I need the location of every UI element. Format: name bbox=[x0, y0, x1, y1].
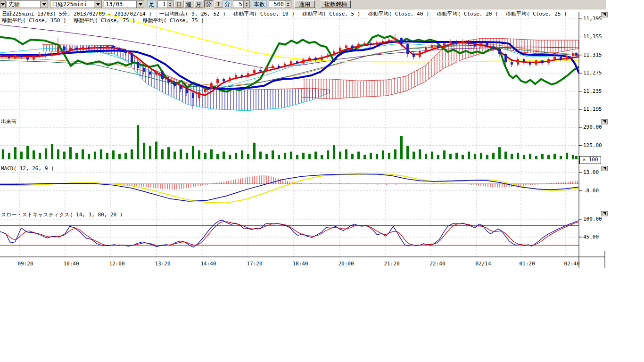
bar-type-label: 足 bbox=[147, 0, 157, 8]
symbol-value: 日経225mini bbox=[52, 1, 87, 8]
indicator-header-row2: 移動平均( Close, 150 ) 移動平均( Close, 75 ) 移動平… bbox=[2, 17, 204, 24]
volume-panel-label: 出来高 bbox=[1, 118, 17, 125]
price-tick-label: 11,235 bbox=[583, 88, 611, 94]
chart-canvas bbox=[0, 0, 644, 362]
ma25-params: 移動平均( Close, 25 ) bbox=[506, 10, 567, 17]
macd-tick-label: -8.00 bbox=[583, 188, 611, 194]
period-tick-button[interactable]: T bbox=[214, 0, 223, 8]
time-tick-label: 18:40 bbox=[290, 261, 311, 267]
chevron-down-icon bbox=[1, 3, 5, 6]
chevron-down-icon[interactable] bbox=[136, 1, 144, 8]
spinner-arrows-icon[interactable] bbox=[243, 1, 249, 8]
period-daily-button[interactable]: 日 bbox=[174, 0, 183, 8]
ma10-params: 移動平均( Close, 10 ) bbox=[233, 10, 295, 17]
bar-count-label: 本数 bbox=[252, 0, 267, 8]
bar-interval-stepper[interactable]: 1 bbox=[157, 0, 173, 8]
chevron-down-icon[interactable] bbox=[94, 1, 101, 8]
spinner-arrows-icon[interactable] bbox=[167, 1, 173, 8]
price-tick-label: 11,275 bbox=[583, 70, 611, 76]
time-tick-label: 13:20 bbox=[152, 261, 173, 267]
resize-arrow-icon bbox=[603, 212, 606, 215]
spinner-arrows-icon[interactable] bbox=[285, 1, 291, 8]
chart-area[interactable] bbox=[0, 0, 644, 362]
volume-panel bbox=[0, 125, 579, 159]
instrument-type-select[interactable]: 先物 bbox=[7, 0, 48, 8]
price-tick-label: 11,355 bbox=[583, 33, 611, 40]
ma75-params: 移動平均( Close, 75 ) bbox=[74, 17, 135, 24]
multiple-symbols-button[interactable]: 複数銘柄 bbox=[321, 0, 351, 8]
bar-interval-value: 1 bbox=[158, 1, 167, 8]
period-weekly-button[interactable]: 週 bbox=[184, 0, 193, 8]
toolbar: 先物 日経225mini 13/03 足 1 日 週 月 分 T 分 5 本数 … bbox=[0, 0, 606, 9]
ma20-params: 移動平均( Close, 20 ) bbox=[437, 10, 498, 17]
series-title: 日経225mini 13/03( 5分, 2013/02/09 - 2013/0… bbox=[2, 10, 152, 17]
macd-panel bbox=[0, 174, 592, 203]
instrument-type-value: 先物 bbox=[8, 1, 20, 8]
cloud_blue bbox=[42, 45, 330, 111]
time-tick-label: 01:20 bbox=[517, 261, 537, 267]
ma40-params: 移動平均( Close, 40 ) bbox=[368, 10, 429, 17]
volume-tick-label: 125.00 bbox=[583, 142, 611, 148]
time-tick-label: 02/14 bbox=[473, 261, 494, 267]
price-tick-label: 11,315 bbox=[583, 52, 611, 58]
volume-tick-label: 290.00 bbox=[583, 124, 611, 130]
minute-value: 5 bbox=[233, 1, 243, 8]
price-tick-label: 11,195 bbox=[583, 106, 611, 112]
minute-unit-label: 分 bbox=[223, 0, 232, 8]
time-tick-label: 22:40 bbox=[427, 261, 448, 267]
contract-month-value: 13/03 bbox=[106, 1, 123, 8]
ma75b-params: 移動平均( Close, 75 ) bbox=[143, 17, 204, 24]
contract-month-select[interactable]: 13/03 bbox=[104, 0, 144, 8]
time-tick-label: 12:00 bbox=[107, 261, 127, 267]
stoch-tick-label: 100.00 bbox=[583, 216, 611, 222]
period-minute-button[interactable]: 分 bbox=[204, 0, 213, 8]
clipped-combo-arrow-icon[interactable] bbox=[0, 0, 6, 8]
price-panel bbox=[0, 12, 580, 111]
bar-count-stepper[interactable]: 500 bbox=[269, 0, 291, 8]
time-tick-label: 21:20 bbox=[381, 261, 402, 267]
symbol-select[interactable]: 日経225mini bbox=[50, 0, 102, 8]
ma5-params: 移動平均( Close, 5 ) bbox=[302, 10, 360, 17]
time-tick-label: 14:40 bbox=[198, 261, 219, 267]
chevron-down-icon[interactable] bbox=[40, 1, 48, 8]
apply-button[interactable]: 適用 bbox=[294, 0, 315, 8]
stochastics-panel-label: スロー・ストキャスティクス( 14, 3, 80, 20 ) bbox=[1, 211, 123, 218]
macd-panel-label: MACD( 12, 26, 9 ) bbox=[1, 165, 54, 172]
time-tick-label: 20:00 bbox=[336, 261, 356, 267]
stoch-panel bbox=[0, 220, 579, 247]
ma150-params: 移動平均( Close, 150 ) bbox=[2, 17, 66, 24]
chart-application-window: 先物 日経225mini 13/03 足 1 日 週 月 分 T 分 5 本数 … bbox=[0, 0, 644, 362]
time-tick-label: 09:20 bbox=[15, 261, 36, 267]
volume-multiplier-badge: × 100 bbox=[579, 156, 601, 164]
stoch-tick-label: 45.00 bbox=[583, 234, 611, 240]
price-tick-label: 11,395 bbox=[583, 16, 611, 22]
time-tick-label: 10:40 bbox=[61, 261, 82, 267]
period-monthly-button[interactable]: 月 bbox=[194, 0, 203, 8]
macd-tick-label: 13.00 bbox=[583, 169, 611, 175]
resize-arrow-icon bbox=[603, 120, 606, 123]
indicator-header-row1: 日経225mini 13/03( 5分, 2013/02/09 - 2013/0… bbox=[2, 10, 567, 17]
time-tick-label: 02:40 bbox=[561, 261, 582, 267]
ichimoku-params: 一目均衡表( 9, 26, 52 ) bbox=[159, 10, 226, 17]
bar-count-value: 500 bbox=[269, 1, 285, 8]
minute-value-stepper[interactable]: 5 bbox=[233, 0, 250, 8]
time-tick-label: 17:20 bbox=[244, 261, 265, 267]
